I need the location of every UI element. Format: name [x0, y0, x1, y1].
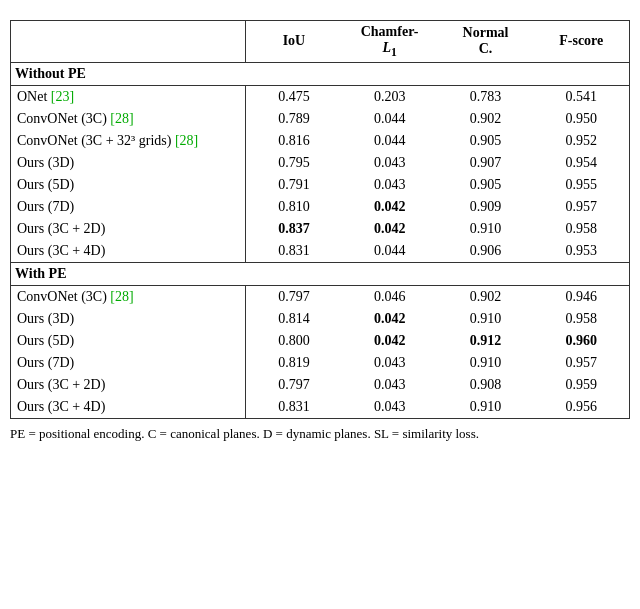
data-cell: 0.043 — [342, 174, 438, 196]
table-row: ConvONet (3C) [28]0.7890.0440.9020.950 — [11, 108, 630, 130]
data-cell: 0.905 — [438, 130, 534, 152]
column-headers: IoU Chamfer-L1 NormalC. F-score — [11, 21, 630, 63]
method-name: ConvONet (3C) [28] — [11, 285, 246, 308]
table-row: Ours (3D)0.8140.0420.9100.958 — [11, 308, 630, 330]
data-cell: 0.043 — [342, 396, 438, 419]
data-cell: 0.043 — [342, 152, 438, 174]
method-name: ONet [23] — [11, 85, 246, 108]
data-cell: 0.814 — [246, 308, 342, 330]
col-header-normal: NormalC. — [438, 21, 534, 63]
data-cell: 0.541 — [534, 85, 630, 108]
data-cell: 0.819 — [246, 352, 342, 374]
table-row: Ours (3D)0.7950.0430.9070.954 — [11, 152, 630, 174]
col-header-fscore: F-score — [534, 21, 630, 63]
data-cell: 0.800 — [246, 330, 342, 352]
method-name: Ours (3C + 2D) — [11, 218, 246, 240]
data-cell: 0.810 — [246, 196, 342, 218]
method-name: Ours (3C + 4D) — [11, 396, 246, 419]
data-cell: 0.952 — [534, 130, 630, 152]
method-name: Ours (5D) — [11, 174, 246, 196]
data-cell: 0.954 — [534, 152, 630, 174]
col-header-method — [11, 21, 246, 63]
table-row: Ours (3C + 2D)0.8370.0420.9100.958 — [11, 218, 630, 240]
data-cell: 0.042 — [342, 218, 438, 240]
table-row: Ours (5D)0.8000.0420.9120.960 — [11, 330, 630, 352]
data-cell: 0.783 — [438, 85, 534, 108]
data-cell: 0.789 — [246, 108, 342, 130]
data-cell: 0.902 — [438, 108, 534, 130]
data-cell: 0.946 — [534, 285, 630, 308]
table-row: Ours (3C + 2D)0.7970.0430.9080.959 — [11, 374, 630, 396]
data-cell: 0.950 — [534, 108, 630, 130]
table-row: Ours (5D)0.7910.0430.9050.955 — [11, 174, 630, 196]
data-cell: 0.909 — [438, 196, 534, 218]
data-cell: 0.791 — [246, 174, 342, 196]
data-cell: 0.959 — [534, 374, 630, 396]
method-name: Ours (5D) — [11, 330, 246, 352]
data-cell: 0.043 — [342, 352, 438, 374]
data-cell: 0.960 — [534, 330, 630, 352]
data-cell: 0.910 — [438, 308, 534, 330]
data-cell: 0.902 — [438, 285, 534, 308]
table-row: Ours (7D)0.8100.0420.9090.957 — [11, 196, 630, 218]
data-cell: 0.905 — [438, 174, 534, 196]
table-row: Ours (7D)0.8190.0430.9100.957 — [11, 352, 630, 374]
section-header-0: Without PE — [11, 62, 630, 85]
data-cell: 0.957 — [534, 196, 630, 218]
method-name: Ours (3C + 2D) — [11, 374, 246, 396]
data-cell: 0.953 — [534, 240, 630, 263]
data-cell: 0.831 — [246, 396, 342, 419]
data-cell: 0.957 — [534, 352, 630, 374]
method-name: Ours (3D) — [11, 152, 246, 174]
data-cell: 0.912 — [438, 330, 534, 352]
method-name: Ours (3D) — [11, 308, 246, 330]
table-caption: PE = positional encoding. C = canonical … — [10, 425, 630, 443]
data-cell: 0.795 — [246, 152, 342, 174]
data-cell: 0.046 — [342, 285, 438, 308]
data-cell: 0.042 — [342, 308, 438, 330]
data-cell: 0.956 — [534, 396, 630, 419]
data-cell: 0.910 — [438, 352, 534, 374]
data-cell: 0.910 — [438, 396, 534, 419]
table-wrapper: IoU Chamfer-L1 NormalC. F-score Without … — [10, 20, 630, 443]
data-cell: 0.043 — [342, 374, 438, 396]
table-row: ConvONet (3C + 32³ grids) [28]0.8160.044… — [11, 130, 630, 152]
method-name: ConvONet (3C) [28] — [11, 108, 246, 130]
data-cell: 0.797 — [246, 285, 342, 308]
table-row: ConvONet (3C) [28]0.7970.0460.9020.946 — [11, 285, 630, 308]
data-cell: 0.203 — [342, 85, 438, 108]
table-row: ONet [23]0.4750.2030.7830.541 — [11, 85, 630, 108]
data-cell: 0.955 — [534, 174, 630, 196]
method-name: ConvONet (3C + 32³ grids) [28] — [11, 130, 246, 152]
col-header-iou: IoU — [246, 21, 342, 63]
data-cell: 0.906 — [438, 240, 534, 263]
data-cell: 0.816 — [246, 130, 342, 152]
results-table: IoU Chamfer-L1 NormalC. F-score Without … — [10, 20, 630, 419]
data-cell: 0.042 — [342, 330, 438, 352]
data-cell: 0.042 — [342, 196, 438, 218]
method-name: Ours (7D) — [11, 352, 246, 374]
table-row: Ours (3C + 4D)0.8310.0440.9060.953 — [11, 240, 630, 263]
data-cell: 0.044 — [342, 240, 438, 263]
data-cell: 0.475 — [246, 85, 342, 108]
data-cell: 0.797 — [246, 374, 342, 396]
data-cell: 0.910 — [438, 218, 534, 240]
data-cell: 0.958 — [534, 308, 630, 330]
data-cell: 0.044 — [342, 130, 438, 152]
data-cell: 0.831 — [246, 240, 342, 263]
data-cell: 0.907 — [438, 152, 534, 174]
data-cell: 0.837 — [246, 218, 342, 240]
table-row: Ours (3C + 4D)0.8310.0430.9100.956 — [11, 396, 630, 419]
data-cell: 0.908 — [438, 374, 534, 396]
method-name: Ours (3C + 4D) — [11, 240, 246, 263]
section-header-1: With PE — [11, 262, 630, 285]
method-name: Ours (7D) — [11, 196, 246, 218]
col-header-chamfer: Chamfer-L1 — [342, 21, 438, 63]
data-cell: 0.958 — [534, 218, 630, 240]
data-cell: 0.044 — [342, 108, 438, 130]
